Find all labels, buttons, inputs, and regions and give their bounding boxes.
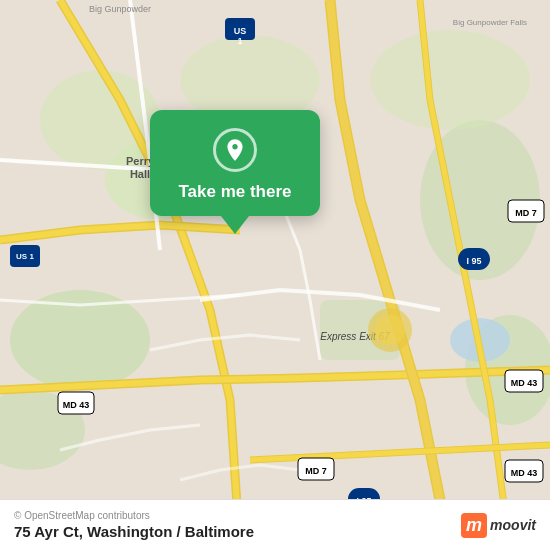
- moovit-logo-letter: m: [461, 513, 487, 538]
- pin-icon: [213, 128, 257, 172]
- bottom-bar: © OpenStreetMap contributors 75 Ayr Ct, …: [0, 499, 550, 550]
- popup-tail: [221, 216, 249, 234]
- svg-text:MD 7: MD 7: [305, 466, 327, 476]
- attribution: © OpenStreetMap contributors: [14, 510, 254, 521]
- svg-point-36: [375, 315, 405, 345]
- svg-text:I 95: I 95: [466, 256, 481, 266]
- bottom-left: © OpenStreetMap contributors 75 Ayr Ct, …: [14, 510, 254, 540]
- svg-text:US 1: US 1: [16, 252, 34, 261]
- moovit-logo-text: moovit: [490, 517, 536, 533]
- moovit-logo[interactable]: m moovit: [461, 513, 536, 538]
- map-container: US 1 US 1 MD 43 I 95 I 95 MD 7 MD 43 MD …: [0, 0, 550, 550]
- location-popup[interactable]: Take me there: [150, 110, 320, 234]
- svg-text:MD 7: MD 7: [515, 208, 537, 218]
- svg-text:MD 43: MD 43: [511, 468, 538, 478]
- svg-point-9: [370, 30, 530, 130]
- svg-text:Big Gunpowder Falls: Big Gunpowder Falls: [453, 18, 527, 27]
- popup-label[interactable]: Take me there: [178, 182, 291, 202]
- svg-text:MD 43: MD 43: [511, 378, 538, 388]
- svg-text:Big Gunpowder: Big Gunpowder: [89, 4, 151, 14]
- svg-text:US: US: [234, 26, 247, 36]
- svg-text:MD 43: MD 43: [63, 400, 90, 410]
- popup-bubble[interactable]: Take me there: [150, 110, 320, 216]
- svg-text:Hall: Hall: [130, 168, 150, 180]
- svg-text:1: 1: [237, 36, 242, 46]
- address-text: 75 Ayr Ct, Washington / Baltimore: [14, 523, 254, 540]
